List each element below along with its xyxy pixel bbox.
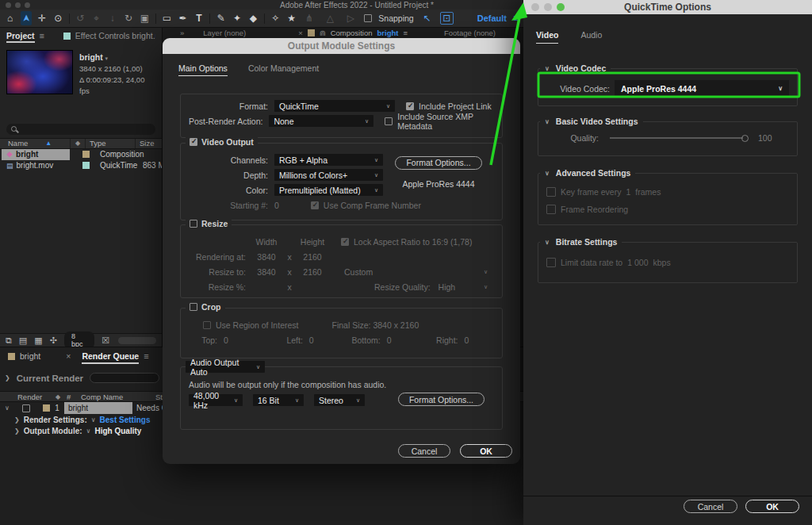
project-item-row[interactable]: ▤ bright.mov QuickTime 863 MB (0, 160, 162, 171)
tab-video[interactable]: Video (536, 30, 558, 44)
resize-quality-dropdown[interactable]: High (439, 282, 456, 292)
tab-audio[interactable]: Audio (580, 30, 602, 44)
item-comp-name[interactable]: bright (64, 402, 132, 414)
cancel-button[interactable]: Cancel (398, 444, 450, 458)
roto-brush-tool-icon[interactable]: ✧ (270, 11, 281, 25)
clone-stamp-tool-icon[interactable]: ✦ (232, 11, 242, 25)
item-label-swatch[interactable] (43, 404, 50, 412)
column-size-label[interactable]: Size (136, 139, 162, 148)
collapse-item-icon[interactable]: ∨ (0, 404, 14, 412)
maximize-window-icon[interactable] (25, 2, 30, 8)
world-axis-mode-icon[interactable]: △ (323, 11, 337, 25)
video-codec-dropdown[interactable]: Apple ProRes 4444 ∨ (615, 80, 789, 97)
output-module-dropdown-icon[interactable]: ∨ (86, 427, 91, 435)
quality-slider-knob[interactable] (741, 135, 749, 142)
audio-output-dropdown[interactable]: Audio Output Auto ∨ (186, 361, 265, 373)
puppet-pin-tool-icon[interactable]: ★ (286, 11, 297, 25)
shape-tool-icon[interactable]: ▭ (162, 11, 172, 25)
audio-channels-dropdown[interactable]: Stereo ∨ (314, 394, 365, 406)
tab-footage[interactable]: Footage (none) (444, 29, 496, 37)
audio-format-options-button[interactable]: Format Options... (398, 393, 485, 406)
render-settings-value[interactable]: Best Settings (100, 416, 151, 424)
tab-color-management[interactable]: Color Management (248, 63, 319, 76)
tab-layer[interactable]: Layer (none) (203, 29, 246, 37)
pan-camera-tool-icon[interactable]: ⌖ (91, 11, 102, 25)
close-window-icon[interactable] (6, 2, 11, 8)
label-color-column-icon[interactable]: ◆ (71, 140, 85, 147)
resize-checkbox[interactable] (190, 220, 197, 228)
eraser-tool-icon[interactable]: ◆ (248, 11, 259, 25)
color-dropdown[interactable]: Premultiplied (Matted) ∨ (274, 184, 383, 196)
quality-slider-track[interactable] (610, 137, 743, 139)
frame-reordering-checkbox[interactable] (546, 205, 556, 214)
limit-data-rate-field[interactable]: 1 000 (627, 258, 648, 267)
resize-height-field[interactable]: 2160 (295, 267, 330, 277)
depth-dropdown[interactable]: Millions of Colors+ ∨ (274, 169, 383, 181)
viewer-menu-icon[interactable]: ≡ (403, 29, 408, 37)
type-tool-icon[interactable]: T (193, 11, 204, 25)
include-project-link-checkbox[interactable] (406, 102, 414, 110)
tab-bright-timeline[interactable]: bright (20, 351, 40, 361)
crop-left-field[interactable]: 0 (309, 335, 314, 345)
new-folder-icon[interactable]: ▤ (19, 335, 27, 346)
expand-output-module-icon[interactable]: ❯ (14, 427, 20, 435)
column-comp-name-label[interactable]: Comp Name (81, 393, 152, 401)
panel-menu-icon[interactable]: ≡ (40, 31, 44, 40)
label-color-column-icon[interactable]: ◆ (49, 393, 67, 400)
crop-checkbox[interactable] (190, 303, 197, 311)
home-tool-icon[interactable]: ⌂ (5, 11, 15, 25)
close-tab-icon[interactable]: × (298, 29, 303, 37)
audio-bit-depth-dropdown[interactable]: 16 Bit ∨ (253, 394, 304, 406)
tab-main-options[interactable]: Main Options (178, 63, 228, 76)
keyframe-value-field[interactable]: 1 (626, 187, 630, 197)
snapping-checkbox[interactable] (364, 14, 372, 22)
lock-icon[interactable]: ⋒ (320, 29, 326, 37)
orbit-camera-tool-icon[interactable]: ↺ (75, 11, 86, 25)
collapse-section-icon[interactable]: ∨ (545, 239, 550, 246)
render-engine-icon[interactable]: ✣ (50, 335, 57, 346)
dolly-camera-tool-icon[interactable]: ↓ (107, 11, 117, 25)
panel-overflow-icon[interactable]: » (180, 29, 184, 37)
column-number-label[interactable]: # (67, 393, 81, 401)
ok-button[interactable]: OK (460, 444, 512, 458)
interpret-footage-icon[interactable]: ⧉ (6, 335, 12, 346)
limit-data-rate-checkbox[interactable] (546, 258, 556, 267)
cancel-button[interactable]: Cancel (684, 500, 737, 513)
crop-top-field[interactable]: 0 (224, 335, 228, 345)
tab-effect-controls[interactable]: Effect Controls bright.mov (75, 31, 155, 40)
column-type-label[interactable]: Type (86, 139, 135, 148)
column-name-label[interactable]: Name (8, 139, 28, 148)
panel-menu-icon[interactable]: ≡ (144, 351, 148, 361)
hand-tool-icon[interactable]: ✛ (37, 11, 48, 25)
maximize-window-icon[interactable] (557, 3, 565, 11)
format-dropdown[interactable]: QuickTime ∨ (274, 100, 395, 112)
collapse-section-icon[interactable]: ∨ (545, 65, 550, 72)
brush-tool-icon[interactable]: ✎ (216, 11, 226, 25)
camera-tool-icon[interactable]: ▣ (140, 11, 150, 25)
tab-composition-name[interactable]: bright (377, 29, 399, 37)
local-axis-mode-icon[interactable]: ⋔ (302, 11, 316, 25)
lock-aspect-checkbox[interactable] (341, 238, 349, 246)
close-tab-icon[interactable]: × (66, 351, 71, 361)
region-of-interest-icon[interactable]: ⊡ (440, 12, 454, 25)
delete-trash-icon[interactable]: ☒ (102, 335, 109, 346)
ok-button[interactable]: OK (745, 500, 799, 513)
channels-dropdown[interactable]: RGB + Alpha ∨ (274, 154, 383, 166)
selection-tool-icon[interactable]: ➤ (21, 11, 31, 25)
shy-arrow-icon[interactable]: ↖ (420, 12, 434, 25)
crop-right-field[interactable]: 0 (465, 335, 469, 345)
expand-current-render-icon[interactable]: ❯ (5, 374, 10, 381)
minimize-window-icon[interactable] (544, 3, 552, 11)
minimize-window-icon[interactable] (15, 2, 21, 8)
resize-width-field[interactable]: 3840 (249, 267, 284, 277)
workspace-selector[interactable]: Default (477, 13, 507, 23)
column-render-label[interactable]: Render (14, 393, 49, 401)
post-render-action-dropdown[interactable]: None ∨ (269, 115, 373, 127)
panel-scroll-thumb[interactable] (118, 337, 156, 344)
item-name-cell[interactable]: ▤ bright.mov (2, 160, 70, 171)
rotation-tool-icon[interactable]: ↻ (123, 11, 133, 25)
tab-project[interactable]: Project (6, 29, 35, 43)
render-settings-dropdown-icon[interactable]: ∨ (91, 416, 96, 423)
close-window-icon[interactable] (531, 3, 539, 11)
workspace-menu-icon[interactable]: ≡ (513, 13, 519, 24)
